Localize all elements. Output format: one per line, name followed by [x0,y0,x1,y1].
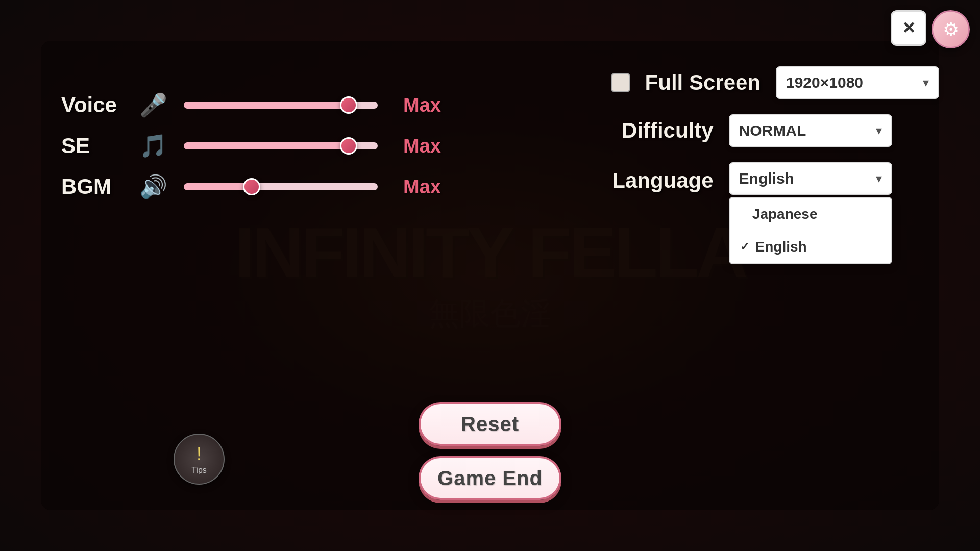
close-button[interactable]: ✕ [891,10,926,46]
difficulty-dropdown[interactable]: NORMAL ▾ [729,114,892,147]
resolution-dropdown[interactable]: 980×551 ▾ [776,66,939,99]
language-japanese-label: Japanese [752,206,818,222]
voice-icon: 🎤 [138,92,168,118]
fullscreen-row: Full Screen 980×551 ▾ [611,66,939,99]
voice-max-label: Max [403,94,441,116]
right-settings-section: Full Screen 980×551 ▾ Difficulty NORMA… [611,66,939,195]
bgm-icon: 🔊 [138,173,168,200]
language-row: Language English ▾ Japanese ✓ English [611,162,939,195]
difficulty-dropdown-arrow: ▾ [876,123,882,138]
game-end-button[interactable]: Game End [419,456,561,500]
language-option-english[interactable]: ✓ English [730,231,891,263]
japanese-checkmark [740,208,746,221]
difficulty-label: Difficulty [611,118,714,143]
difficulty-row: Difficulty NORMAL ▾ [611,114,939,147]
fullscreen-label: Full Screen [645,70,761,95]
reset-button[interactable]: Reset [419,402,561,446]
se-max-label: Max [403,135,441,157]
bgm-slider[interactable] [184,179,378,194]
se-label: SE [61,134,122,158]
se-row: SE 🎵 Max [61,133,441,159]
resolution-value: 980×551 [786,74,863,91]
tips-button[interactable]: ! Tips [174,434,225,485]
buttons-section: Reset Game End [419,402,561,500]
tips-label: Tips [191,466,207,475]
fullscreen-checkbox[interactable] [611,73,630,92]
se-slider-track [184,142,378,149]
audio-section: Voice 🎤 Max SE 🎵 Max BGM 🔊 Max [61,92,441,200]
language-dropdown[interactable]: English ▾ [729,162,892,195]
top-right-controls: ✕ ⚙ [891,10,970,48]
gear-icon: ⚙ [943,19,959,40]
voice-label: Voice [61,93,122,117]
language-dropdown-wrapper: English ▾ Japanese ✓ English [729,162,892,195]
language-dropdown-arrow: ▾ [876,171,882,186]
language-dropdown-menu: Japanese ✓ English [729,197,892,264]
bgm-label: BGM [61,174,122,199]
english-checkmark: ✓ [740,240,749,254]
language-label: Language [611,168,714,193]
bgm-slider-track [184,183,378,190]
bgm-slider-thumb[interactable] [243,178,260,195]
tips-icon: ! [197,443,202,465]
voice-slider-thumb[interactable] [340,96,357,114]
voice-slider[interactable] [184,97,378,113]
voice-row: Voice 🎤 Max [61,92,441,118]
language-value: English [739,170,794,187]
gear-button[interactable]: ⚙ [932,10,970,48]
voice-slider-track [184,102,378,109]
bgm-max-label: Max [403,176,441,198]
se-slider-thumb[interactable] [340,137,357,155]
language-option-japanese[interactable]: Japanese [730,198,891,231]
language-english-label: English [755,239,807,255]
se-icon: 🎵 [138,133,168,159]
resolution-dropdown-arrow: ▾ [923,76,929,90]
se-slider[interactable] [184,138,378,154]
bgm-row: BGM 🔊 Max [61,173,441,200]
difficulty-value: NORMAL [739,122,806,139]
